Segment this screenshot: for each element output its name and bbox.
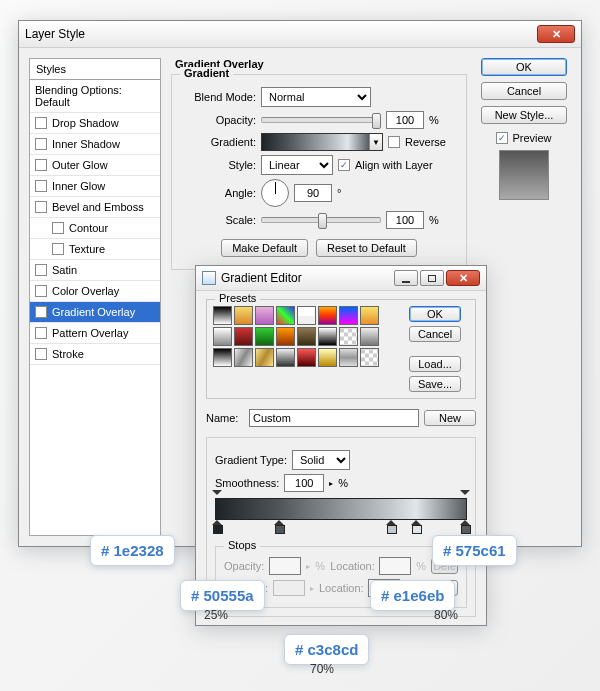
preset-swatch[interactable] bbox=[297, 348, 316, 367]
annotation-hex: # c3c8cd bbox=[284, 634, 369, 665]
style-checkbox[interactable] bbox=[35, 327, 47, 339]
preview-checkbox[interactable] bbox=[496, 132, 508, 144]
style-item-contour[interactable]: Contour bbox=[30, 218, 160, 239]
style-checkbox[interactable] bbox=[35, 201, 47, 213]
scale-input[interactable] bbox=[386, 211, 424, 229]
editor-ok-button[interactable]: OK bbox=[409, 306, 461, 322]
preset-swatch[interactable] bbox=[318, 327, 337, 346]
preset-swatch[interactable] bbox=[255, 306, 274, 325]
new-button[interactable]: New bbox=[424, 410, 476, 426]
style-item-inner-glow[interactable]: Inner Glow bbox=[30, 176, 160, 197]
reverse-label: Reverse bbox=[405, 136, 446, 148]
preset-swatch[interactable] bbox=[276, 348, 295, 367]
style-item-drop-shadow[interactable]: Drop Shadow bbox=[30, 113, 160, 134]
editor-title: Gradient Editor bbox=[221, 271, 302, 285]
scale-slider[interactable] bbox=[261, 217, 381, 223]
opacity-slider[interactable] bbox=[261, 117, 381, 123]
editor-save-button[interactable]: Save... bbox=[409, 376, 461, 392]
preset-swatch[interactable] bbox=[339, 327, 358, 346]
gradient-bar[interactable] bbox=[215, 498, 467, 520]
gradient-picker[interactable]: ▼ bbox=[261, 133, 383, 151]
name-input[interactable] bbox=[249, 409, 419, 427]
titlebar[interactable]: Layer Style ✕ bbox=[19, 21, 581, 48]
style-item-bevel-and-emboss[interactable]: Bevel and Emboss bbox=[30, 197, 160, 218]
style-checkbox[interactable] bbox=[35, 285, 47, 297]
maximize-button[interactable] bbox=[420, 270, 444, 286]
preset-swatch[interactable] bbox=[360, 327, 379, 346]
preset-swatch[interactable] bbox=[360, 348, 379, 367]
scale-label: Scale: bbox=[184, 214, 256, 226]
preset-swatch[interactable] bbox=[318, 306, 337, 325]
style-item-outer-glow[interactable]: Outer Glow bbox=[30, 155, 160, 176]
preset-swatch[interactable] bbox=[297, 327, 316, 346]
ok-button[interactable]: OK bbox=[481, 58, 567, 76]
preset-swatch[interactable] bbox=[276, 327, 295, 346]
app-icon bbox=[202, 271, 216, 285]
close-button[interactable]: ✕ bbox=[537, 25, 575, 43]
blending-options[interactable]: Blending Options: Default bbox=[30, 80, 160, 113]
editor-cancel-button[interactable]: Cancel bbox=[409, 326, 461, 342]
reverse-checkbox[interactable] bbox=[388, 136, 400, 148]
opacity-stop[interactable] bbox=[212, 487, 222, 497]
preset-grid[interactable] bbox=[213, 306, 379, 367]
style-checkbox[interactable] bbox=[35, 159, 47, 171]
align-checkbox[interactable] bbox=[338, 159, 350, 171]
style-item-inner-shadow[interactable]: Inner Shadow bbox=[30, 134, 160, 155]
opacity-input[interactable] bbox=[386, 111, 424, 129]
stop-opacity-input bbox=[269, 557, 301, 575]
style-checkbox[interactable] bbox=[35, 117, 47, 129]
annotation-hex: # 1e2328 bbox=[90, 535, 175, 566]
type-label: Gradient Type: bbox=[215, 454, 287, 466]
style-checkbox[interactable] bbox=[35, 138, 47, 150]
reset-default-button[interactable]: Reset to Default bbox=[316, 239, 417, 257]
style-checkbox[interactable] bbox=[35, 180, 47, 192]
type-select[interactable]: Solid bbox=[292, 450, 350, 470]
editor-close-button[interactable]: ✕ bbox=[446, 270, 480, 286]
new-style-button[interactable]: New Style... bbox=[481, 106, 567, 124]
preset-swatch[interactable] bbox=[234, 306, 253, 325]
preset-swatch[interactable] bbox=[297, 306, 316, 325]
preset-swatch[interactable] bbox=[213, 306, 232, 325]
preset-swatch[interactable] bbox=[339, 306, 358, 325]
color-stop[interactable] bbox=[411, 520, 421, 532]
style-item-stroke[interactable]: Stroke bbox=[30, 344, 160, 365]
color-stop[interactable] bbox=[386, 520, 396, 532]
preset-swatch[interactable] bbox=[318, 348, 337, 367]
style-checkbox[interactable] bbox=[35, 306, 47, 318]
editor-load-button[interactable]: Load... bbox=[409, 356, 461, 372]
smooth-input[interactable] bbox=[284, 474, 324, 492]
style-item-pattern-overlay[interactable]: Pattern Overlay bbox=[30, 323, 160, 344]
opacity-stop[interactable] bbox=[460, 487, 470, 497]
color-stop[interactable] bbox=[460, 520, 470, 532]
preset-swatch[interactable] bbox=[213, 327, 232, 346]
color-stop[interactable] bbox=[274, 520, 284, 532]
style-checkbox[interactable] bbox=[52, 243, 64, 255]
style-item-color-overlay[interactable]: Color Overlay bbox=[30, 281, 160, 302]
color-stop[interactable] bbox=[212, 520, 222, 532]
style-item-satin[interactable]: Satin bbox=[30, 260, 160, 281]
angle-input[interactable] bbox=[294, 184, 332, 202]
preset-swatch[interactable] bbox=[234, 327, 253, 346]
minimize-button[interactable] bbox=[394, 270, 418, 286]
style-select[interactable]: Linear bbox=[261, 155, 333, 175]
make-default-button[interactable]: Make Default bbox=[221, 239, 308, 257]
style-checkbox[interactable] bbox=[52, 222, 64, 234]
style-checkbox[interactable] bbox=[35, 348, 47, 360]
preview-label: Preview bbox=[512, 132, 551, 144]
preset-swatch[interactable] bbox=[360, 306, 379, 325]
angle-dial[interactable] bbox=[261, 179, 289, 207]
preset-swatch[interactable] bbox=[234, 348, 253, 367]
window-title: Layer Style bbox=[25, 27, 85, 41]
editor-titlebar[interactable]: Gradient Editor ✕ bbox=[196, 266, 486, 291]
cancel-button[interactable]: Cancel bbox=[481, 82, 567, 100]
preset-swatch[interactable] bbox=[276, 306, 295, 325]
style-checkbox[interactable] bbox=[35, 264, 47, 276]
preset-swatch[interactable] bbox=[339, 348, 358, 367]
preset-swatch[interactable] bbox=[255, 327, 274, 346]
blend-mode-select[interactable]: Normal bbox=[261, 87, 371, 107]
style-item-gradient-overlay[interactable]: Gradient Overlay bbox=[30, 302, 160, 323]
preset-swatch[interactable] bbox=[213, 348, 232, 367]
preset-swatch[interactable] bbox=[255, 348, 274, 367]
style-item-texture[interactable]: Texture bbox=[30, 239, 160, 260]
styles-header[interactable]: Styles bbox=[30, 59, 160, 80]
